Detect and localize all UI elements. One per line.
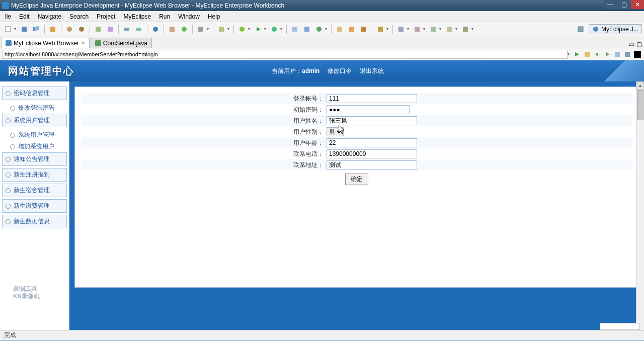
site-logo: 网站管理中心 (0, 64, 74, 78)
tb-icon-3[interactable] (93, 24, 103, 34)
url-stop-button[interactable] (633, 50, 642, 59)
sidebar: 密码信息管理 修改登陆密码 系统用户管理 系统用户管理 增加系统用户 通知公告管… (0, 81, 69, 330)
url-nav-4[interactable] (613, 50, 622, 59)
scroll-thumb[interactable] (637, 90, 643, 120)
menu-help[interactable]: Help (204, 12, 224, 22)
sidebar-sys-user-manage[interactable]: 系统用户管理 (2, 114, 67, 127)
menu-window[interactable]: Window (174, 12, 204, 22)
open-perspective-button[interactable] (576, 24, 586, 34)
window-maximize[interactable]: ▢ (617, 0, 630, 9)
url-input[interactable] (2, 50, 568, 59)
tb-icon-16[interactable] (359, 24, 369, 34)
tb-icon-6[interactable] (134, 24, 144, 34)
sidebar-password-manage[interactable]: 密码信息管理 (2, 87, 67, 100)
vertical-scrollbar[interactable]: ▲ (636, 81, 644, 330)
current-user-block: 当前用户：admin (272, 67, 319, 75)
tb-icon-5[interactable] (122, 24, 132, 34)
nav-change-password[interactable]: 修改口令 (328, 67, 352, 75)
url-nav-3[interactable] (603, 50, 612, 59)
tb-icon-10[interactable] (216, 24, 226, 34)
status-text: 完成 (4, 331, 16, 339)
tab-comserservlet[interactable]: ComServlet.java (91, 38, 152, 48)
submit-button[interactable]: 确定 (345, 174, 368, 185)
url-go-button[interactable] (573, 50, 582, 59)
current-user-label: 当前用户： (272, 67, 302, 74)
svg-rect-24 (361, 27, 366, 32)
select-gender[interactable]: 男 (327, 127, 344, 136)
window-minimize[interactable]: — (604, 0, 617, 9)
tb-icon-9[interactable] (196, 24, 206, 34)
input-name[interactable] (327, 116, 417, 125)
svg-rect-37 (615, 52, 620, 57)
sidebar-notice-manage[interactable]: 通知公告管理 (2, 152, 67, 166)
window-close[interactable]: ✕ (631, 0, 644, 9)
save-button[interactable] (19, 24, 29, 34)
tab-browser[interactable]: MyEclipse Web Browser ✕ (1, 38, 90, 48)
tb-icon-21[interactable] (444, 24, 454, 34)
tb-icon-7[interactable] (167, 24, 177, 34)
input-phone[interactable] (327, 149, 417, 158)
tb-icon-20[interactable] (428, 24, 438, 34)
save-all-button[interactable] (31, 24, 41, 34)
tb-icon-4[interactable] (105, 24, 115, 34)
label-gender: 用户性别： (81, 128, 327, 136)
tb-icon-11[interactable] (290, 24, 300, 34)
svg-marker-17 (257, 27, 261, 31)
sidebar-change-login-pw[interactable]: 修改登陆密码 (2, 102, 67, 114)
menu-myeclipse[interactable]: MyEclipse (119, 12, 155, 22)
input-password[interactable] (327, 105, 410, 114)
tb-icon-17[interactable] (375, 24, 385, 34)
browser-icon[interactable] (150, 24, 160, 34)
menu-search[interactable]: Search (65, 12, 93, 22)
editor-maximize-icon[interactable]: ▢ (636, 41, 642, 48)
url-dropdown-icon[interactable]: ▾ (568, 52, 572, 56)
tb-icon-2[interactable] (76, 24, 87, 34)
new-button[interactable] (3, 24, 13, 34)
svg-rect-27 (415, 27, 420, 32)
svg-rect-15 (219, 27, 224, 32)
sidebar-add-sys-user[interactable]: 增加系统用户 (2, 141, 67, 152)
editor-minimize-icon[interactable]: ▭ (629, 41, 634, 48)
perspective-myeclipse[interactable]: MyEclipse J... (589, 24, 642, 34)
svg-point-21 (316, 27, 321, 32)
url-nav-1[interactable] (583, 50, 592, 59)
sidebar-register[interactable]: 新生注册报到 (2, 168, 67, 182)
menu-navigate[interactable]: Navigate (34, 12, 65, 22)
menu-run[interactable]: Run (155, 12, 174, 22)
tb-icon-15[interactable] (347, 24, 357, 34)
tab-close-icon[interactable]: ✕ (81, 40, 85, 46)
tb-icon-14[interactable] (335, 24, 345, 34)
menu-edit[interactable]: Edit (15, 12, 34, 22)
tb-icon-13[interactable] (314, 24, 324, 34)
label-account: 登录帐号： (81, 95, 327, 103)
url-nav-2[interactable] (593, 50, 602, 59)
run-last-button[interactable] (269, 24, 279, 34)
sidebar-data-info[interactable]: 新生数据信息 (2, 215, 67, 228)
label-password: 初始密码： (81, 106, 327, 114)
svg-point-18 (272, 27, 277, 32)
url-nav-5[interactable] (623, 50, 632, 59)
input-address[interactable] (327, 160, 417, 169)
tb-icon-22[interactable] (460, 24, 470, 34)
sidebar-fee-manage[interactable]: 新生缴费管理 (2, 199, 67, 213)
tb-icon-18[interactable] (396, 24, 406, 34)
menu-project[interactable]: Project (93, 12, 119, 22)
menu-file[interactable]: ile (1, 12, 15, 22)
run-button[interactable] (253, 24, 263, 34)
label-address: 联系地址： (81, 161, 327, 169)
open-type-button[interactable] (48, 24, 58, 34)
sidebar-dorm-manage[interactable]: 新生宿舍管理 (2, 184, 67, 197)
input-account[interactable] (327, 94, 417, 103)
input-age[interactable] (327, 138, 417, 147)
debug-button[interactable] (237, 24, 247, 34)
tab-comserservlet-label: ComServlet.java (103, 40, 147, 47)
scroll-up-icon[interactable]: ▲ (636, 81, 644, 90)
svg-rect-3 (35, 26, 39, 30)
sidebar-sys-user-list[interactable]: 系统用户管理 (2, 129, 67, 141)
tb-icon-12[interactable] (302, 24, 312, 34)
nav-logout[interactable]: 退出系统 (360, 67, 384, 75)
tb-icon-19[interactable] (412, 24, 422, 34)
svg-rect-34 (585, 52, 590, 57)
tb-icon-8[interactable] (179, 24, 189, 34)
tb-icon-1[interactable] (64, 24, 74, 34)
